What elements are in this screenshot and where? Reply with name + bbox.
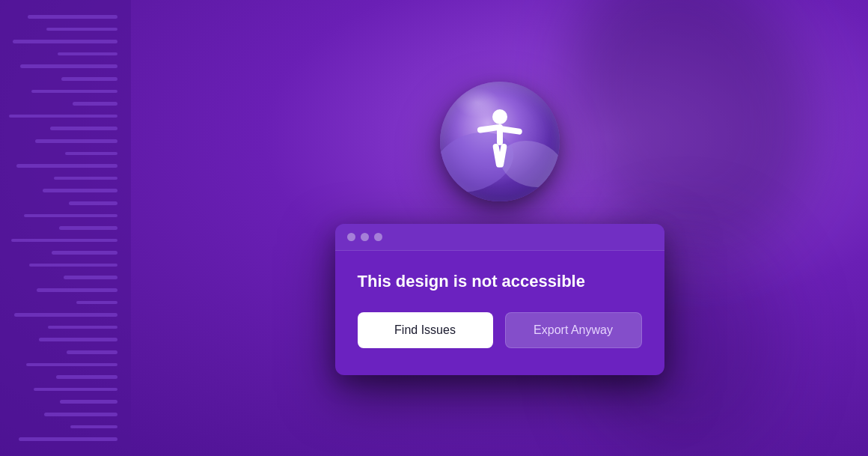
ruler-line (65, 152, 117, 156)
ruler-line (70, 425, 117, 429)
ruler-line (50, 127, 117, 130)
ruler-line (48, 326, 117, 329)
ruler-line (61, 77, 117, 81)
ruler-line (24, 214, 117, 218)
svg-point-0 (492, 109, 507, 124)
ruler-line (26, 363, 117, 367)
ruler-line (11, 239, 117, 243)
ruler-line (73, 102, 117, 106)
ruler-line (69, 201, 117, 205)
left-panel (0, 0, 131, 456)
titlebar-dot-3 (374, 233, 382, 241)
ruler-line (19, 437, 117, 441)
modal-titlebar (335, 224, 664, 251)
ruler-line (37, 288, 117, 292)
find-issues-button[interactable]: Find Issues (358, 312, 493, 348)
modal-title: This design is not accessible (358, 272, 642, 291)
titlebar-dot-1 (347, 233, 355, 241)
ruler-line (43, 189, 117, 192)
ruler-line (60, 400, 117, 404)
ruler-line (39, 338, 117, 341)
svg-rect-3 (499, 126, 522, 135)
ruler-line (28, 15, 117, 19)
main-content: This design is not accessible Find Issue… (131, 0, 868, 456)
ruler-line (35, 139, 117, 143)
ruler-line (31, 90, 117, 94)
ruler-line (29, 264, 117, 267)
ruler-line (16, 164, 117, 168)
modal-body: This design is not accessible Find Issue… (335, 251, 664, 375)
ruler-line (59, 226, 117, 230)
ruler-line (56, 375, 117, 379)
accessibility-icon (440, 82, 560, 201)
ruler-line (58, 52, 117, 56)
ruler-line (34, 388, 117, 392)
stick-figure (470, 106, 530, 177)
titlebar-dot-2 (361, 233, 369, 241)
ruler-line (14, 313, 117, 317)
modal-buttons: Find Issues Export Anyway (358, 312, 642, 348)
modal-dialog: This design is not accessible Find Issue… (335, 224, 664, 375)
ruler-line (44, 413, 117, 416)
ruler-line (13, 40, 117, 43)
svg-rect-2 (477, 124, 500, 133)
ruler-line (9, 115, 117, 118)
ruler-line (46, 28, 117, 31)
ruler-line (20, 64, 117, 68)
ruler-line (54, 177, 117, 180)
ruler-line (76, 301, 117, 305)
export-anyway-button[interactable]: Export Anyway (505, 312, 642, 348)
ruler-line (52, 251, 117, 255)
ruler-line (64, 276, 117, 279)
ruler-line (67, 350, 117, 354)
